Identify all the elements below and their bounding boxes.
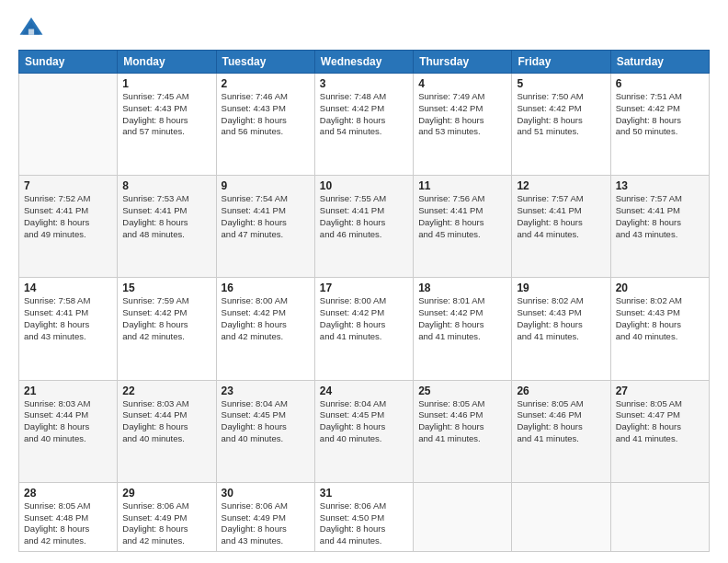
day-info: Sunrise: 7:53 AM Sunset: 4:41 PM Dayligh… (122, 193, 210, 240)
day-number: 16 (222, 282, 310, 294)
day-info: Sunrise: 8:05 AM Sunset: 4:46 PM Dayligh… (418, 398, 506, 445)
day-info: Sunrise: 7:50 AM Sunset: 4:42 PM Dayligh… (517, 91, 605, 138)
day-info: Sunrise: 8:03 AM Sunset: 4:44 PM Dayligh… (122, 398, 210, 445)
calendar-cell: 4Sunrise: 7:49 AM Sunset: 4:42 PM Daylig… (414, 74, 512, 176)
day-info: Sunrise: 8:06 AM Sunset: 4:49 PM Dayligh… (122, 500, 210, 547)
day-number: 30 (222, 487, 310, 500)
calendar-cell: 5Sunrise: 7:50 AM Sunset: 4:42 PM Daylig… (512, 74, 610, 176)
calendar-cell: 17Sunrise: 8:00 AM Sunset: 4:42 PM Dayli… (314, 278, 413, 380)
day-info: Sunrise: 7:48 AM Sunset: 4:42 PM Dayligh… (320, 91, 408, 138)
calendar-cell (414, 482, 512, 551)
day-number: 10 (320, 179, 408, 192)
day-info: Sunrise: 7:51 AM Sunset: 4:42 PM Dayligh… (616, 91, 704, 138)
day-info: Sunrise: 8:00 AM Sunset: 4:42 PM Dayligh… (320, 295, 408, 342)
day-number: 31 (320, 487, 408, 500)
calendar-cell: 20Sunrise: 8:02 AM Sunset: 4:43 PM Dayli… (610, 278, 709, 380)
day-number: 18 (418, 282, 506, 294)
calendar-cell: 25Sunrise: 8:05 AM Sunset: 4:46 PM Dayli… (414, 380, 512, 482)
day-number: 29 (122, 487, 210, 500)
day-number: 17 (320, 282, 408, 294)
day-number: 5 (517, 77, 605, 90)
calendar-header-thursday: Thursday (414, 51, 512, 74)
calendar-cell: 12Sunrise: 7:57 AM Sunset: 4:41 PM Dayli… (512, 176, 610, 278)
calendar-week-row: 14Sunrise: 7:58 AM Sunset: 4:41 PM Dayli… (19, 278, 710, 380)
calendar-cell: 13Sunrise: 7:57 AM Sunset: 4:41 PM Dayli… (610, 176, 709, 278)
day-info: Sunrise: 8:05 AM Sunset: 4:46 PM Dayligh… (517, 398, 605, 445)
day-info: Sunrise: 7:49 AM Sunset: 4:42 PM Dayligh… (418, 91, 506, 138)
day-number: 19 (517, 282, 605, 294)
calendar-header-sunday: Sunday (19, 51, 118, 74)
calendar-week-row: 28Sunrise: 8:05 AM Sunset: 4:48 PM Dayli… (19, 482, 710, 551)
calendar-cell: 16Sunrise: 8:00 AM Sunset: 4:42 PM Dayli… (216, 278, 314, 380)
day-number: 12 (517, 179, 605, 192)
day-number: 28 (24, 487, 112, 500)
day-number: 23 (222, 385, 310, 397)
calendar-cell: 11Sunrise: 7:56 AM Sunset: 4:41 PM Dayli… (414, 176, 512, 278)
day-info: Sunrise: 7:55 AM Sunset: 4:41 PM Dayligh… (320, 193, 408, 240)
calendar-cell: 14Sunrise: 7:58 AM Sunset: 4:41 PM Dayli… (19, 278, 118, 380)
day-number: 9 (222, 179, 310, 192)
day-number: 1 (122, 77, 210, 90)
calendar-cell: 9Sunrise: 7:54 AM Sunset: 4:41 PM Daylig… (216, 176, 314, 278)
calendar-cell: 23Sunrise: 8:04 AM Sunset: 4:45 PM Dayli… (216, 380, 314, 482)
day-info: Sunrise: 7:52 AM Sunset: 4:41 PM Dayligh… (24, 193, 112, 240)
day-info: Sunrise: 8:02 AM Sunset: 4:43 PM Dayligh… (517, 295, 605, 342)
day-number: 14 (24, 282, 112, 294)
day-number: 2 (222, 77, 310, 90)
day-info: Sunrise: 8:06 AM Sunset: 4:49 PM Dayligh… (222, 500, 310, 547)
day-info: Sunrise: 7:57 AM Sunset: 4:41 PM Dayligh… (517, 193, 605, 240)
day-number: 6 (616, 77, 704, 90)
calendar-cell: 28Sunrise: 8:05 AM Sunset: 4:48 PM Dayli… (19, 482, 118, 551)
day-info: Sunrise: 8:00 AM Sunset: 4:42 PM Dayligh… (222, 295, 310, 342)
calendar-cell: 6Sunrise: 7:51 AM Sunset: 4:42 PM Daylig… (610, 74, 709, 176)
day-info: Sunrise: 7:56 AM Sunset: 4:41 PM Dayligh… (418, 193, 506, 240)
logo (18, 15, 48, 40)
calendar-header-friday: Friday (512, 51, 610, 74)
calendar-cell: 26Sunrise: 8:05 AM Sunset: 4:46 PM Dayli… (512, 380, 610, 482)
day-number: 11 (418, 179, 506, 192)
day-number: 20 (616, 282, 704, 294)
day-number: 15 (122, 282, 210, 294)
calendar-cell: 21Sunrise: 8:03 AM Sunset: 4:44 PM Dayli… (19, 380, 118, 482)
day-info: Sunrise: 8:04 AM Sunset: 4:45 PM Dayligh… (222, 398, 310, 445)
day-info: Sunrise: 7:59 AM Sunset: 4:42 PM Dayligh… (122, 295, 210, 342)
day-info: Sunrise: 8:03 AM Sunset: 4:44 PM Dayligh… (24, 398, 112, 445)
calendar-cell: 19Sunrise: 8:02 AM Sunset: 4:43 PM Dayli… (512, 278, 610, 380)
calendar-cell (512, 482, 610, 551)
day-number: 7 (24, 179, 112, 192)
calendar-cell: 15Sunrise: 7:59 AM Sunset: 4:42 PM Dayli… (118, 278, 216, 380)
day-info: Sunrise: 7:45 AM Sunset: 4:43 PM Dayligh… (122, 91, 210, 138)
day-info: Sunrise: 8:02 AM Sunset: 4:43 PM Dayligh… (616, 295, 704, 342)
svg-rect-2 (28, 29, 34, 35)
day-info: Sunrise: 7:54 AM Sunset: 4:41 PM Dayligh… (222, 193, 310, 240)
calendar-table: SundayMondayTuesdayWednesdayThursdayFrid… (18, 50, 710, 552)
calendar-cell: 1Sunrise: 7:45 AM Sunset: 4:43 PM Daylig… (118, 74, 216, 176)
day-number: 22 (122, 385, 210, 397)
calendar-header-row: SundayMondayTuesdayWednesdayThursdayFrid… (19, 51, 710, 74)
calendar-cell: 18Sunrise: 8:01 AM Sunset: 4:42 PM Dayli… (414, 278, 512, 380)
calendar-cell: 31Sunrise: 8:06 AM Sunset: 4:50 PM Dayli… (314, 482, 413, 551)
calendar-cell: 8Sunrise: 7:53 AM Sunset: 4:41 PM Daylig… (118, 176, 216, 278)
day-number: 8 (122, 179, 210, 192)
day-info: Sunrise: 7:58 AM Sunset: 4:41 PM Dayligh… (24, 295, 112, 342)
calendar-cell: 24Sunrise: 8:04 AM Sunset: 4:45 PM Dayli… (314, 380, 413, 482)
calendar-header-saturday: Saturday (610, 51, 709, 74)
calendar-cell: 10Sunrise: 7:55 AM Sunset: 4:41 PM Dayli… (314, 176, 413, 278)
day-number: 24 (320, 385, 408, 397)
day-info: Sunrise: 7:46 AM Sunset: 4:43 PM Dayligh… (222, 91, 310, 138)
calendar-cell: 7Sunrise: 7:52 AM Sunset: 4:41 PM Daylig… (19, 176, 118, 278)
day-info: Sunrise: 8:04 AM Sunset: 4:45 PM Dayligh… (320, 398, 408, 445)
calendar-week-row: 7Sunrise: 7:52 AM Sunset: 4:41 PM Daylig… (19, 176, 710, 278)
calendar-cell: 3Sunrise: 7:48 AM Sunset: 4:42 PM Daylig… (314, 74, 413, 176)
calendar-week-row: 21Sunrise: 8:03 AM Sunset: 4:44 PM Dayli… (19, 380, 710, 482)
calendar-cell: 29Sunrise: 8:06 AM Sunset: 4:49 PM Dayli… (118, 482, 216, 551)
day-number: 3 (320, 77, 408, 90)
calendar-cell: 27Sunrise: 8:05 AM Sunset: 4:47 PM Dayli… (610, 380, 709, 482)
page: SundayMondayTuesdayWednesdayThursdayFrid… (0, 0, 728, 563)
calendar-cell: 22Sunrise: 8:03 AM Sunset: 4:44 PM Dayli… (118, 380, 216, 482)
day-info: Sunrise: 7:57 AM Sunset: 4:41 PM Dayligh… (616, 193, 704, 240)
day-info: Sunrise: 8:05 AM Sunset: 4:48 PM Dayligh… (24, 500, 112, 547)
day-info: Sunrise: 8:01 AM Sunset: 4:42 PM Dayligh… (418, 295, 506, 342)
day-info: Sunrise: 8:05 AM Sunset: 4:47 PM Dayligh… (616, 398, 704, 445)
calendar-cell (610, 482, 709, 551)
